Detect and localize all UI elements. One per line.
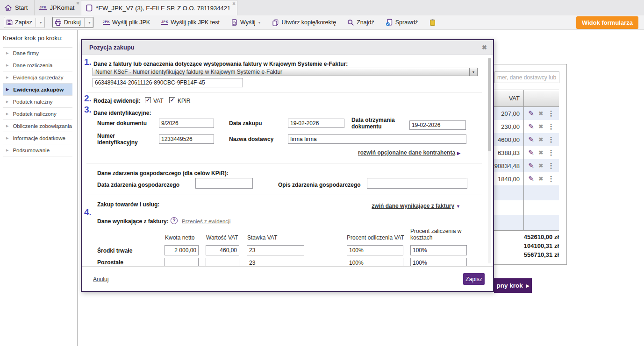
delete-icon[interactable]: ✖ bbox=[538, 123, 543, 130]
more-icon[interactable]: ⋮ bbox=[548, 122, 555, 131]
search-icon bbox=[347, 19, 354, 26]
edit-icon[interactable]: ✎ bbox=[528, 109, 534, 118]
chevron-down-icon[interactable]: ▼ bbox=[88, 21, 91, 24]
chevron-down-icon[interactable]: ▼ bbox=[258, 21, 261, 24]
print-button[interactable]: Drukuj ▼ bbox=[52, 17, 93, 28]
sidebar-item-ewidencja-zakupow[interactable]: ▶ Ewidencja zakupów bbox=[3, 84, 72, 96]
verify-button[interactable]: Sprawdź bbox=[384, 17, 420, 28]
verify-label: Sprawdź bbox=[395, 19, 418, 26]
sidebar-item-dane-firmy[interactable]: ▶ Dane firmy bbox=[3, 47, 72, 59]
sidebar-item-podatek-nalezny[interactable]: ▶ Podatek należny bbox=[3, 96, 72, 108]
sidebar-item-label: Podatek naliczony bbox=[13, 111, 56, 117]
purchase-date-label: Data zakupu bbox=[229, 120, 262, 127]
more-icon[interactable]: ⋮ bbox=[548, 109, 555, 118]
fixed-assets-rate-input[interactable] bbox=[247, 245, 304, 255]
other-cost-percent-input[interactable] bbox=[410, 258, 467, 266]
sidebar-item-podsumowanie[interactable]: ▶ Podsumowanie bbox=[3, 144, 72, 156]
modal-title: Pozycja zakupu bbox=[82, 44, 135, 51]
copy-correction-button[interactable]: Utwórz kopię/korektę bbox=[270, 17, 338, 28]
event-date-input[interactable] bbox=[195, 178, 253, 189]
vat-checkbox[interactable]: ✓ bbox=[145, 97, 151, 103]
document-number-input[interactable] bbox=[159, 119, 214, 128]
find-button[interactable]: Znajdź bbox=[345, 17, 376, 28]
modal-save-button[interactable]: Zapisz bbox=[463, 273, 485, 285]
chevron-down-icon[interactable]: ▼ bbox=[469, 68, 477, 76]
next-step-button[interactable]: pny krok ▶ bbox=[494, 278, 532, 293]
chevron-down-icon[interactable]: ▼ bbox=[39, 21, 43, 24]
close-tab-icon[interactable]: ✖ bbox=[76, 1, 80, 6]
fixed-assets-net-input[interactable] bbox=[165, 245, 199, 255]
fixed-assets-deduction-input[interactable] bbox=[347, 245, 403, 255]
send-button[interactable]: Wyślij ▼ bbox=[229, 17, 263, 28]
edit-icon[interactable]: ✎ bbox=[528, 162, 534, 170]
other-deduction-input[interactable] bbox=[347, 258, 403, 266]
other-rate-input[interactable] bbox=[247, 258, 304, 266]
sidebar-item-podatek-naliczony[interactable]: ▶ Podatek naliczony bbox=[3, 108, 72, 120]
tax-id-input[interactable] bbox=[159, 134, 214, 144]
other-vat-input[interactable] bbox=[206, 258, 239, 266]
cancel-link[interactable]: Anuluj bbox=[93, 276, 108, 282]
more-icon[interactable]: ⋮ bbox=[548, 135, 555, 144]
receipt-date-input[interactable] bbox=[409, 120, 466, 130]
print-icon bbox=[55, 19, 62, 26]
link-label: rozwiń opcjonalne dane kontrahenta bbox=[358, 149, 455, 156]
collapse-invoice-link[interactable]: zwiń dane wynikające z faktury▼ bbox=[372, 203, 460, 209]
delete-icon[interactable]: ✖ bbox=[538, 162, 543, 169]
fixed-assets-cost-percent-input[interactable] bbox=[410, 245, 467, 255]
supplier-name-input[interactable] bbox=[288, 134, 466, 144]
vat-checkbox-label: VAT bbox=[153, 98, 164, 104]
close-icon[interactable]: ✖ bbox=[482, 44, 487, 51]
chevron-down-icon: ▼ bbox=[456, 204, 460, 209]
modal-scrollbar[interactable] bbox=[488, 58, 491, 263]
clipboard-button[interactable] bbox=[427, 17, 438, 28]
purchase-date-input[interactable] bbox=[288, 119, 344, 128]
tab-bar: Start JPK JPKomat ✖ *EW_JPK_V7 (3), E-FI… bbox=[0, 0, 644, 15]
sidebar-item-label: Podsumowanie bbox=[13, 148, 50, 153]
event-description-input[interactable] bbox=[367, 178, 467, 189]
ksef-type-dropdown[interactable]: Numer KSeF - Numer identyfikujący faktur… bbox=[93, 68, 478, 76]
expand-contractor-link[interactable]: rozwiń opcjonalne dane kontrahenta▶ bbox=[358, 149, 460, 156]
other-net-input[interactable] bbox=[165, 258, 199, 266]
send-label: Wyślij bbox=[240, 19, 256, 26]
search-input[interactable] bbox=[494, 71, 559, 83]
column-header: Procent zaliczenia w kosztach bbox=[410, 228, 465, 241]
delete-icon[interactable]: ✖ bbox=[538, 110, 543, 117]
sidebar-item-dane-rozliczenia[interactable]: ▶ Dane rozliczenia bbox=[3, 59, 72, 71]
more-icon[interactable]: ⋮ bbox=[548, 175, 555, 183]
sidebar-item-ewidencja-sprzedazy[interactable]: ▶ Ewidencja sprzedaży bbox=[3, 71, 72, 84]
send-jpk-test-button[interactable]: JPK Wyślij plik JPK test bbox=[159, 17, 222, 28]
copy-label: Utwórz kopię/korektę bbox=[281, 19, 336, 26]
next-step-label: pny krok bbox=[496, 282, 522, 289]
transfer-from-records-link[interactable]: Przenieś z ewidencji bbox=[182, 219, 230, 224]
sidebar-item-informacje-dodatkowe[interactable]: ▶ Informacje dodatkowe bbox=[3, 132, 72, 144]
tab-start[interactable]: Start bbox=[0, 0, 34, 15]
divider bbox=[78, 30, 78, 346]
more-icon[interactable]: ⋮ bbox=[548, 148, 555, 157]
save-button[interactable]: Zapisz ▼ bbox=[4, 17, 45, 28]
more-icon[interactable]: ⋮ bbox=[548, 162, 555, 170]
form-view-button[interactable]: Widok formularza bbox=[576, 16, 638, 29]
app-window: Start JPK JPKomat ✖ *EW_JPK_V7 (3), E-FI… bbox=[0, 0, 644, 346]
sidebar-item-obliczenie-zobowiazania[interactable]: ▶ Obliczenie zobowiązania bbox=[3, 120, 72, 132]
tab-document[interactable]: *EW_JPK_V7 (3), E-FILE SP. Z O.O. 781193… bbox=[81, 0, 237, 15]
kpir-checkbox[interactable]: ✓ bbox=[169, 97, 175, 103]
column-header: Stawka VAT bbox=[247, 234, 277, 241]
edit-icon[interactable]: ✎ bbox=[528, 135, 534, 144]
edit-icon[interactable]: ✎ bbox=[528, 175, 534, 183]
delete-icon[interactable]: ✖ bbox=[538, 176, 543, 182]
edit-icon[interactable]: ✎ bbox=[528, 122, 534, 131]
delete-icon[interactable]: ✖ bbox=[538, 136, 543, 143]
section-1-label: Dane z faktury lub oznaczenia dotyczące … bbox=[93, 61, 348, 67]
delete-icon[interactable]: ✖ bbox=[538, 149, 543, 156]
modal-scrollbar-thumb[interactable] bbox=[488, 58, 491, 151]
close-tab-icon[interactable]: ✖ bbox=[232, 1, 236, 6]
send-jpk-test-label: Wyślij plik JPK test bbox=[171, 19, 220, 26]
send-jpk-button[interactable]: JPK Wyślij plik JPK bbox=[101, 17, 152, 28]
step-arrow-icon: ▶ bbox=[6, 124, 8, 128]
tab-jpkomat[interactable]: JPK JPKomat ✖ bbox=[34, 0, 81, 15]
ksef-number-input[interactable] bbox=[93, 78, 243, 87]
edit-icon[interactable]: ✎ bbox=[528, 148, 534, 157]
step-arrow-icon: ▶ bbox=[6, 76, 8, 79]
help-icon[interactable]: ? bbox=[171, 217, 178, 224]
fixed-assets-vat-input[interactable] bbox=[206, 245, 239, 255]
